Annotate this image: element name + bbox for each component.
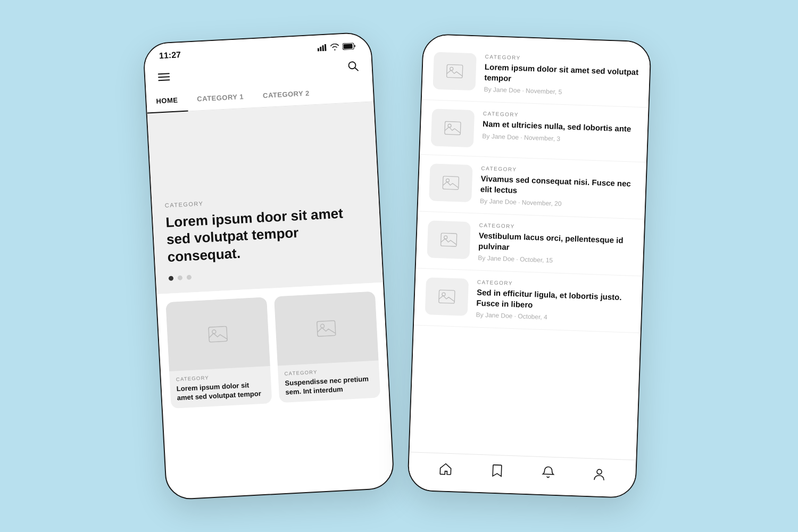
list-text-4: CATEGORY Sed in efficitur ligula, et lob… — [476, 279, 631, 324]
list-thumb-4 — [425, 277, 469, 316]
list-meta-2: By Jane Doe · November, 20 — [480, 197, 634, 210]
status-icons-left — [317, 42, 356, 51]
home-icon — [438, 462, 453, 476]
svg-point-22 — [597, 469, 602, 474]
dot-2[interactable] — [178, 276, 182, 280]
bookmark-icon — [491, 464, 504, 478]
svg-rect-5 — [343, 44, 352, 49]
svg-rect-3 — [325, 44, 327, 51]
svg-rect-1 — [320, 46, 321, 51]
svg-rect-14 — [445, 121, 461, 135]
search-button[interactable] — [347, 60, 359, 74]
list-text-0: CATEGORY Lorem ipsum dolor sit amet sed … — [484, 54, 639, 98]
image-placeholder-icon — [444, 121, 462, 135]
list-text-2: CATEGORY Vivamus sed consequat nisi. Fus… — [480, 165, 635, 210]
card-grid: CATEGORY Lorem ipsum dolor sit amet sed … — [156, 282, 389, 409]
list-meta-3: By Jane Doe · October, 15 — [478, 254, 632, 267]
list-text-1: CATEGORY Nam et ultricies nulla, sed lob… — [482, 111, 637, 145]
list-item-1[interactable]: CATEGORY Nam et ultricies nulla, sed lob… — [420, 100, 648, 163]
image-placeholder-icon — [208, 326, 228, 343]
card-image-0 — [165, 297, 270, 371]
image-placeholder-icon — [446, 64, 463, 78]
image-placeholder-icon — [440, 232, 458, 247]
card-title-1: Suspendisse nec pretium sem. Int interdu… — [285, 375, 374, 397]
bottom-nav — [408, 452, 636, 497]
list-item-4[interactable]: CATEGORY Sed in efficitur ligula, et lob… — [414, 269, 642, 334]
list-title-0: Lorem ipsum dolor sit amet sed volutpat … — [484, 62, 639, 88]
hero-title: Lorem ipsum door sit amet sed volutpat t… — [165, 203, 369, 265]
image-placeholder-icon — [442, 176, 460, 190]
svg-rect-20 — [439, 290, 455, 303]
image-placeholder-icon — [438, 289, 455, 304]
hero-area: CATEGORY Lorem ipsum door sit amet sed v… — [147, 102, 383, 294]
svg-point-21 — [442, 293, 445, 296]
list-text-3: CATEGORY Vestibulum lacus orci, pellente… — [478, 222, 633, 267]
svg-point-9 — [212, 330, 216, 334]
svg-rect-2 — [322, 45, 324, 51]
nav-home-button[interactable] — [438, 462, 453, 476]
card-item-0[interactable]: CATEGORY Lorem ipsum dolor sit amet sed … — [165, 297, 272, 409]
list-thumb-1 — [431, 109, 475, 147]
nav-bell-button[interactable] — [542, 466, 555, 480]
search-icon — [347, 60, 359, 72]
list-meta-0: By Jane Doe · November, 5 — [484, 86, 638, 98]
svg-rect-18 — [440, 233, 456, 246]
svg-point-17 — [446, 179, 449, 182]
svg-rect-16 — [443, 176, 459, 189]
list-meta-4: By Jane Doe · October, 4 — [476, 311, 630, 324]
list-item-2[interactable]: CATEGORY Vivamus sed consequat nisi. Fus… — [418, 155, 646, 220]
list-thumb-3 — [427, 220, 470, 259]
card-item-1[interactable]: CATEGORY Suspendisse nec pretium sem. In… — [274, 292, 380, 403]
svg-point-13 — [450, 67, 453, 70]
list-item-3[interactable]: CATEGORY Vestibulum lacus orci, pellente… — [416, 212, 644, 277]
tab-home[interactable]: HOME — [146, 88, 188, 113]
svg-point-19 — [444, 236, 447, 239]
hamburger-button[interactable] — [158, 73, 170, 81]
wifi-icon — [330, 43, 339, 51]
nav-bookmark-button[interactable] — [491, 464, 504, 478]
svg-line-7 — [355, 68, 358, 71]
list-meta-1: By Jane Doe · November, 3 — [482, 132, 636, 145]
user-icon — [593, 467, 606, 481]
dot-3[interactable] — [187, 275, 192, 280]
list-title-4: Sed in efficitur ligula, et lobortis jus… — [476, 287, 631, 313]
list-item-0[interactable]: CATEGORY Lorem ipsum dolor sit amet sed … — [422, 43, 650, 108]
card-body-1: CATEGORY Suspendisse nec pretium sem. In… — [278, 360, 380, 403]
card-image-1 — [274, 292, 379, 366]
svg-rect-12 — [447, 64, 463, 78]
list-title-3: Vestibulum lacus orci, pellentesque id p… — [478, 230, 633, 256]
svg-point-11 — [320, 324, 324, 328]
tab-category2[interactable]: CATEGORY 2 — [253, 81, 320, 107]
signal-icon — [317, 44, 327, 51]
list-thumb-2 — [429, 163, 472, 202]
image-placeholder-icon — [317, 320, 337, 337]
list-content: CATEGORY Lorem ipsum dolor sit amet sed … — [410, 43, 651, 460]
svg-point-15 — [448, 124, 451, 127]
card-body-0: CATEGORY Lorem ipsum dolor sit amet sed … — [169, 366, 272, 409]
nav-profile-button[interactable] — [593, 467, 606, 481]
list-thumb-0 — [433, 52, 476, 91]
tab-category1[interactable]: CATEGORY 1 — [187, 85, 254, 111]
svg-rect-8 — [209, 326, 227, 342]
phone-right: CATEGORY Lorem ipsum dolor sit amet sed … — [407, 34, 652, 498]
dot-1[interactable] — [169, 276, 173, 280]
hero-dots — [169, 265, 370, 281]
battery-icon — [342, 42, 356, 49]
scene: 11:27 — [0, 0, 798, 532]
svg-rect-10 — [317, 321, 336, 337]
card-title-0: Lorem ipsum dolor sit amet sed volutpat … — [176, 380, 265, 403]
svg-rect-0 — [318, 48, 319, 51]
status-time-left: 11:27 — [159, 50, 181, 61]
phone-left: 11:27 — [143, 31, 395, 500]
bell-icon — [542, 466, 555, 480]
list-title-2: Vivamus sed consequat nisi. Fusce nec el… — [480, 173, 635, 200]
